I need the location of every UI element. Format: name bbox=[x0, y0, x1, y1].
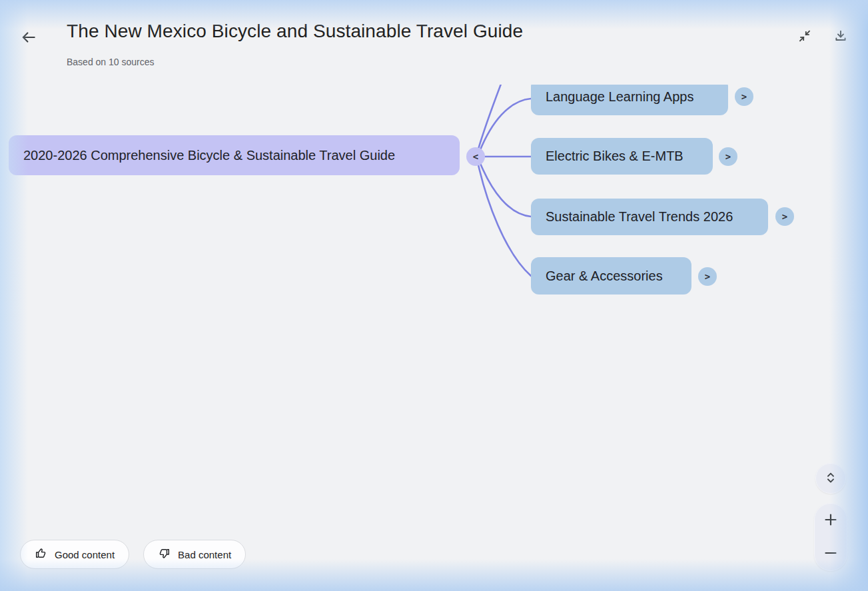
page-title: The New Mexico Bicycle and Sustainable T… bbox=[67, 21, 523, 42]
thumb-up-icon bbox=[35, 547, 47, 562]
connector-offscreen-top bbox=[478, 85, 504, 151]
good-content-button[interactable]: Good content bbox=[20, 540, 129, 569]
node-electric-bikes[interactable]: Electric Bikes & E-MTB bbox=[531, 138, 713, 175]
node-gear-accessories[interactable]: Gear & Accessories bbox=[531, 257, 691, 295]
bad-content-label: Bad content bbox=[178, 549, 231, 560]
sources-subtitle: Based on 10 sources bbox=[67, 57, 155, 67]
zoom-control bbox=[814, 503, 847, 571]
good-content-label: Good content bbox=[55, 549, 115, 560]
minus-icon bbox=[823, 545, 839, 563]
map-controls bbox=[814, 463, 847, 571]
expand-sustainable-trends-button[interactable]: > bbox=[775, 207, 794, 226]
collapse-view-button[interactable] bbox=[795, 27, 814, 46]
mindmap-app: The New Mexico Bicycle and Sustainable T… bbox=[0, 0, 868, 591]
node-sustainable-travel-trends[interactable]: Sustainable Travel Trends 2026 bbox=[531, 199, 768, 235]
expand-gear-accessories-button[interactable]: > bbox=[698, 267, 717, 286]
download-button[interactable] bbox=[831, 27, 850, 46]
expand-language-apps-button[interactable]: > bbox=[735, 87, 753, 106]
download-icon bbox=[833, 29, 848, 45]
connector-gear-accessories bbox=[478, 162, 531, 276]
node-label: Language Learning Apps bbox=[546, 89, 693, 105]
node-label: Sustainable Travel Trends 2026 bbox=[546, 209, 733, 225]
bad-content-button[interactable]: Bad content bbox=[143, 540, 246, 569]
arrow-back-icon bbox=[20, 29, 37, 48]
expand-electric-bikes-button[interactable]: > bbox=[719, 147, 737, 166]
collapse-content-icon bbox=[797, 29, 812, 45]
node-root-label: 2020-2026 Comprehensive Bicycle & Sustai… bbox=[23, 148, 395, 163]
zoom-in-button[interactable] bbox=[815, 504, 847, 537]
node-root[interactable]: 2020-2026 Comprehensive Bicycle & Sustai… bbox=[9, 135, 460, 175]
unfold-more-icon bbox=[823, 470, 839, 488]
expand-collapse-all-button[interactable] bbox=[815, 463, 846, 494]
zoom-out-button[interactable] bbox=[815, 537, 847, 570]
connector-sustainable-trends bbox=[480, 162, 531, 217]
collapse-children-button[interactable]: < bbox=[466, 147, 485, 166]
node-language-learning-apps[interactable]: Language Learning Apps bbox=[531, 85, 728, 115]
mindmap-canvas[interactable]: 2020-2026 Comprehensive Bicycle & Sustai… bbox=[0, 85, 868, 591]
node-label: Electric Bikes & E-MTB bbox=[546, 149, 683, 164]
back-button[interactable] bbox=[17, 27, 40, 49]
plus-icon bbox=[823, 512, 839, 530]
header-actions bbox=[795, 27, 850, 46]
thumb-down-icon bbox=[158, 547, 171, 562]
node-label: Gear & Accessories bbox=[546, 269, 663, 284]
header: The New Mexico Bicycle and Sustainable T… bbox=[0, 0, 868, 77]
connector-language-apps bbox=[480, 99, 531, 151]
feedback-bar: Good content Bad content bbox=[20, 540, 246, 569]
